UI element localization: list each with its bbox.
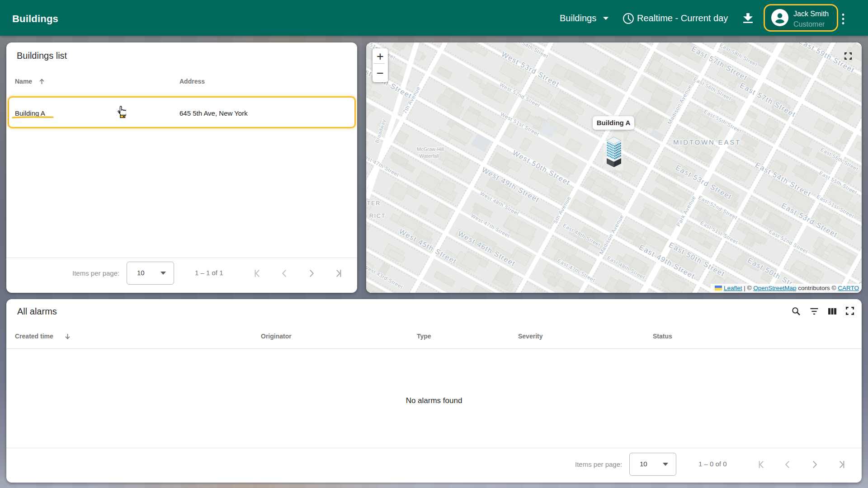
svg-text:RICT: RICT [369, 212, 386, 219]
svg-text:McGraw-Hill: McGraw-Hill [417, 146, 444, 152]
svg-text:TER: TER [367, 200, 381, 206]
svg-text:MIDTOWN EAST: MIDTOWN EAST [673, 138, 741, 146]
svg-text:Waterfall: Waterfall [420, 153, 439, 159]
